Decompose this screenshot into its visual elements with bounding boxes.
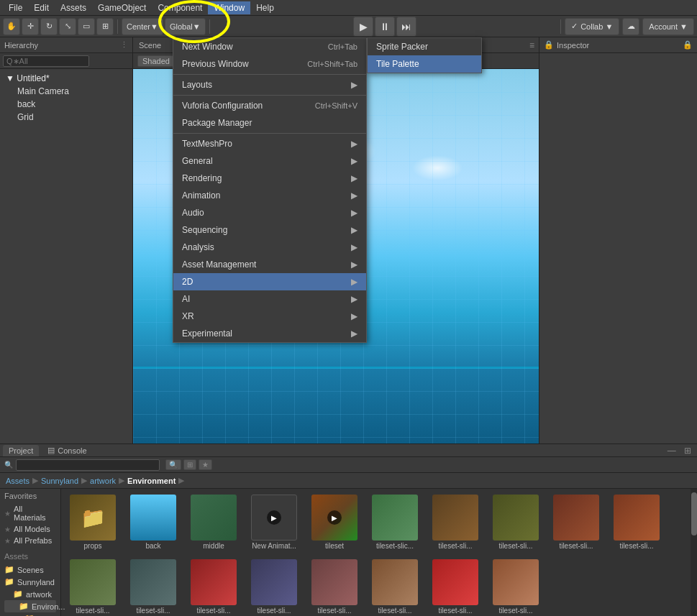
scene-panel-close[interactable]: ≡: [525, 40, 539, 50]
asset-tileset-slice8[interactable]: tileset-sli...: [185, 556, 242, 616]
menu-file[interactable]: File: [3, 1, 28, 14]
menu-assets[interactable]: Assets: [55, 1, 92, 14]
submenu-sprite-packer[interactable]: Sprite Packer: [368, 38, 481, 55]
toolbar-hand-tool[interactable]: ✋: [3, 18, 20, 35]
asset-thumb-tileset-slice7: [130, 559, 176, 605]
menu-asset-management[interactable]: Asset Management ▶: [173, 256, 366, 273]
menu-component[interactable]: Component: [152, 1, 208, 14]
asset-tileset-slice7[interactable]: tileset-sli...: [124, 556, 182, 616]
menu-window[interactable]: Window: [208, 1, 250, 14]
assets-environment[interactable]: 📁 Environ...: [4, 600, 56, 612]
menu-analysis[interactable]: Analysis ▶: [173, 239, 366, 256]
hierarchy-item-untitled[interactable]: ▼ Untitled*: [0, 72, 132, 85]
toolbar-rotate-tool[interactable]: ↻: [40, 18, 58, 35]
asset-label-slice9: tileset-sli...: [257, 607, 291, 615]
project-tab[interactable]: Project: [3, 445, 39, 456]
menu-gameobject[interactable]: GameObject: [92, 1, 152, 14]
assets-sunnyland[interactable]: 📁 Sunnyland: [4, 576, 56, 588]
menu-help[interactable]: Help: [250, 1, 280, 14]
pause-button[interactable]: ⏸: [375, 17, 395, 37]
menu-ai[interactable]: AI ▶: [173, 290, 366, 308]
hierarchy-header: Hierarchy ⋮: [0, 37, 132, 53]
asset-tileset-slice2[interactable]: tileset-sli...: [427, 492, 484, 553]
menu-rendering[interactable]: Rendering ▶: [173, 170, 366, 187]
menu-sep3: [173, 133, 366, 134]
assets-props[interactable]: 📁 prop...: [4, 612, 56, 616]
asset-thumb-tileset-slice8: [191, 559, 237, 605]
toolbar-transform-tool[interactable]: ⊞: [96, 18, 114, 35]
hierarchy-search-input[interactable]: [3, 55, 89, 67]
fav-all-prefabs[interactable]: ★ All Prefabs: [4, 535, 56, 546]
play-button[interactable]: ▶: [353, 17, 373, 37]
breadcrumb-artwork[interactable]: artwork: [90, 477, 116, 485]
menu-2d[interactable]: 2D ▶: [173, 273, 366, 290]
step-button[interactable]: ⏭: [396, 17, 416, 37]
breadcrumb-assets[interactable]: Assets: [6, 477, 29, 485]
menu-prev-window[interactable]: Previous Window Ctrl+Shift+Tab: [173, 55, 366, 73]
menu-layouts[interactable]: Layouts ▶: [173, 76, 366, 93]
menu-xr[interactable]: XR ▶: [173, 308, 366, 325]
asset-tileset-slice3[interactable]: tileset-sli...: [487, 492, 545, 553]
scene-tab[interactable]: Scene: [133, 37, 167, 52]
hierarchy-item-back[interactable]: back: [0, 98, 132, 111]
hierarchy-options[interactable]: ⋮: [120, 40, 128, 50]
toolbar-rect-tool[interactable]: ▭: [78, 18, 95, 35]
asset-thumb-tileset-slice12: [432, 559, 478, 605]
inspector-lock-btn[interactable]: 🔒: [683, 40, 693, 50]
inspector-icon: 🔒: [544, 40, 554, 50]
hierarchy-item-grid[interactable]: Grid: [0, 111, 132, 124]
asset-label-slice10: tileset-sli...: [317, 607, 351, 615]
menu-vuforia[interactable]: Vuforia Configuration Ctrl+Shift+V: [173, 97, 366, 114]
menu-sequencing[interactable]: Sequencing ▶: [173, 221, 366, 239]
toolbar-center-btn[interactable]: Center ▼: [122, 18, 163, 35]
console-tab[interactable]: ▤ Console: [42, 444, 92, 456]
asset-tileset-slice6[interactable]: tileset-sli...: [64, 556, 122, 616]
menu-textmeshpro[interactable]: TextMeshPro ▶: [173, 135, 366, 152]
asset-tileset-slice11[interactable]: tileset-sli...: [366, 556, 424, 616]
assets-sunnyland-artwork[interactable]: 📁 artwork: [4, 588, 56, 600]
asset-back[interactable]: back: [124, 492, 182, 553]
bottom-maximize[interactable]: ⊞: [681, 446, 694, 456]
filter-search-btn[interactable]: 🔍: [165, 459, 181, 470]
asset-middle[interactable]: middle: [185, 492, 242, 553]
asset-label-middle: middle: [203, 542, 224, 551]
assets-scenes[interactable]: 📁 Scenes: [4, 564, 56, 576]
submenu-tile-palette[interactable]: Tile Palette: [368, 55, 481, 73]
bottom-minimize[interactable]: —: [665, 446, 679, 456]
assets-scrollbar[interactable]: [690, 489, 697, 616]
fav-all-models[interactable]: ★ All Models: [4, 523, 56, 535]
toolbar-global-btn[interactable]: Global ▼: [165, 18, 206, 35]
breadcrumb-sunnyland[interactable]: Sunnyland: [41, 477, 78, 485]
menu-experimental[interactable]: Experimental ▶: [173, 325, 366, 342]
hierarchy-item-camera[interactable]: Main Camera: [0, 85, 132, 98]
breadcrumb-environment: Environment: [127, 477, 176, 485]
menu-next-window[interactable]: Next Window Ctrl+Tab: [173, 38, 366, 55]
menu-animation[interactable]: Animation ▶: [173, 187, 366, 204]
account-button[interactable]: Account ▼: [642, 18, 694, 35]
bottom-search-input[interactable]: [16, 459, 160, 471]
toolbar-scale-tool[interactable]: ⤡: [59, 18, 76, 35]
asset-tileset-slice1[interactable]: tileset-slic...: [366, 492, 424, 553]
menu-package-manager[interactable]: Package Manager: [173, 114, 366, 132]
asset-tileset-slice4[interactable]: tileset-sli...: [547, 492, 605, 553]
asset-tileset[interactable]: ▶ tileset: [306, 492, 363, 553]
asset-tileset-slice10[interactable]: tileset-sli...: [306, 556, 363, 616]
menu-audio[interactable]: Audio ▶: [173, 204, 366, 221]
asset-props[interactable]: 📁 props: [64, 492, 122, 553]
collab-button[interactable]: ✓ Collab ▼: [565, 18, 619, 35]
filter-fav-btn[interactable]: ★: [199, 459, 212, 470]
close-icon: ≡: [529, 40, 534, 50]
menu-edit[interactable]: Edit: [28, 1, 55, 14]
asset-tileset-slice13[interactable]: tileset-sli...: [487, 556, 545, 616]
asset-tileset-slice12[interactable]: tileset-sli...: [427, 556, 484, 616]
cloud-button[interactable]: ☁: [622, 18, 639, 35]
asset-animation[interactable]: ▶ New Animat...: [245, 492, 303, 553]
asset-tileset-slice9[interactable]: tileset-sli...: [245, 556, 303, 616]
menu-general[interactable]: General ▶: [173, 152, 366, 170]
asset-tileset-slice5[interactable]: tileset-sli...: [608, 492, 665, 553]
toolbar-move-tool[interactable]: ✛: [22, 18, 39, 35]
scrollbar-thumb[interactable]: [691, 492, 697, 535]
favorites-title: Favorites: [4, 492, 56, 500]
fav-all-materials[interactable]: ★ All Materials: [4, 503, 56, 523]
filter-label-btn[interactable]: ⊞: [183, 459, 196, 470]
